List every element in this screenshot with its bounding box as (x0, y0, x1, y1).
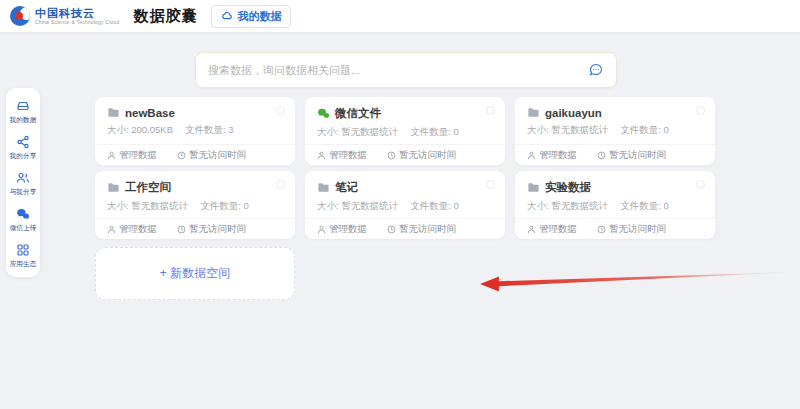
visit-time-label: 暂无访问时间 (387, 149, 456, 162)
clock-icon (177, 151, 186, 160)
manage-data-link[interactable]: 管理数据 (317, 223, 367, 236)
user-icon (317, 225, 326, 234)
space-file-count: 文件数量: 3 (185, 124, 234, 137)
sidebar-item-label: 我的分享 (10, 151, 37, 161)
sidebar: 我的数据 我的分享 与我分享 微信上传 应用生态 (6, 88, 40, 277)
data-space-card[interactable]: 微信文件 大小: 暂无数据统计 文件数量: 0 管理数据 暂无访问时间 (305, 97, 505, 165)
folder-icon (527, 181, 540, 194)
wechat-green-icon (317, 107, 330, 120)
manage-data-link[interactable]: 管理数据 (527, 149, 577, 162)
cloud-icon (221, 10, 233, 22)
space-size: 大小: 暂无数据统计 (317, 200, 398, 213)
space-file-count: 文件数量: 0 (620, 124, 669, 137)
space-file-count: 文件数量: 0 (410, 126, 459, 139)
apps-grid-icon (16, 243, 30, 257)
space-file-count: 文件数量: 0 (410, 200, 459, 213)
data-space-card[interactable]: gaikuayun 大小: 暂无数据统计 文件数量: 0 管理数据 暂无访问时间 (515, 97, 715, 165)
red-arrow-annotation (478, 266, 798, 298)
card-action-icon[interactable] (486, 106, 495, 115)
space-size: 大小: 200.05KB (107, 124, 173, 137)
space-title: 工作空间 (125, 180, 171, 195)
drive-icon (16, 99, 30, 113)
user-icon (107, 225, 116, 234)
space-size: 大小: 暂无数据统计 (317, 126, 398, 139)
space-size: 大小: 暂无数据统计 (527, 124, 608, 137)
visit-time-label: 暂无访问时间 (177, 223, 246, 236)
sidebar-item-label: 应用生态 (10, 259, 37, 269)
clock-icon (597, 151, 606, 160)
visit-time-label: 暂无访问时间 (597, 223, 666, 236)
manage-data-link[interactable]: 管理数据 (527, 223, 577, 236)
visit-time-label: 暂无访问时间 (597, 149, 666, 162)
space-size: 大小: 暂无数据统计 (107, 200, 188, 213)
new-data-space-button[interactable]: + 新数据空间 (95, 247, 295, 300)
chat-bubble-icon[interactable] (588, 62, 604, 78)
card-action-icon[interactable] (276, 106, 285, 115)
user-icon (527, 151, 536, 160)
space-title: newBase (125, 107, 175, 119)
clock-icon (387, 225, 396, 234)
data-space-card[interactable]: 工作空间 大小: 暂无数据统计 文件数量: 0 管理数据 暂无访问时间 (95, 171, 295, 239)
users-icon (16, 171, 30, 185)
card-action-icon[interactable] (696, 180, 705, 189)
sidebar-item-label: 与我分享 (10, 187, 37, 197)
sidebar-item-app-ecosystem[interactable]: 应用生态 (6, 243, 40, 269)
space-title: 微信文件 (335, 106, 381, 121)
logo-cn-text: 中国科技云 (35, 8, 119, 19)
my-data-button-label: 我的数据 (237, 9, 281, 24)
visit-time-label: 暂无访问时间 (387, 223, 456, 236)
new-data-space-label: + 新数据空间 (160, 265, 230, 282)
data-space-card[interactable]: 笔记 大小: 暂无数据统计 文件数量: 0 管理数据 暂无访问时间 (305, 171, 505, 239)
cstcloud-logo-icon (10, 6, 30, 26)
share-icon (16, 135, 30, 149)
space-title: 实验数据 (545, 180, 591, 195)
my-data-button[interactable]: 我的数据 (211, 5, 291, 28)
app-header: 中国科技云 China Science & Technology Cloud 数… (0, 0, 800, 32)
user-icon (107, 151, 116, 160)
search-bar (195, 52, 617, 88)
brand-logo: 中国科技云 China Science & Technology Cloud (10, 6, 119, 26)
space-file-count: 文件数量: 0 (620, 200, 669, 213)
folder-icon (527, 106, 540, 119)
card-action-icon[interactable] (276, 180, 285, 189)
space-title: 笔记 (335, 180, 358, 195)
sidebar-item-my-shares[interactable]: 我的分享 (6, 135, 40, 161)
user-icon (527, 225, 536, 234)
card-action-icon[interactable] (696, 106, 705, 115)
data-space-grid: newBase 大小: 200.05KB 文件数量: 3 管理数据 暂无访问时间… (95, 97, 715, 239)
manage-data-link[interactable]: 管理数据 (317, 149, 367, 162)
clock-icon (387, 151, 396, 160)
wechat-icon (16, 207, 30, 221)
visit-time-label: 暂无访问时间 (177, 149, 246, 162)
card-action-icon[interactable] (486, 180, 495, 189)
sidebar-item-shared-with-me[interactable]: 与我分享 (6, 171, 40, 197)
manage-data-link[interactable]: 管理数据 (107, 223, 157, 236)
manage-data-link[interactable]: 管理数据 (107, 149, 157, 162)
logo-en-text: China Science & Technology Cloud (35, 20, 119, 25)
space-size: 大小: 暂无数据统计 (527, 200, 608, 213)
sidebar-item-my-data[interactable]: 我的数据 (6, 99, 40, 125)
user-icon (317, 151, 326, 160)
sidebar-item-label: 我的数据 (10, 115, 37, 125)
space-title: gaikuayun (545, 107, 602, 119)
data-space-card[interactable]: newBase 大小: 200.05KB 文件数量: 3 管理数据 暂无访问时间 (95, 97, 295, 165)
page-title: 数据胶囊 (133, 7, 197, 26)
clock-icon (597, 225, 606, 234)
sidebar-item-label: 微信上传 (10, 223, 37, 233)
folder-icon (107, 181, 120, 194)
folder-icon (107, 106, 120, 119)
data-space-card[interactable]: 实验数据 大小: 暂无数据统计 文件数量: 0 管理数据 暂无访问时间 (515, 171, 715, 239)
clock-icon (177, 225, 186, 234)
sidebar-item-wechat-upload[interactable]: 微信上传 (6, 207, 40, 233)
folder-icon (317, 181, 330, 194)
space-file-count: 文件数量: 0 (200, 200, 249, 213)
search-input[interactable] (208, 64, 588, 76)
